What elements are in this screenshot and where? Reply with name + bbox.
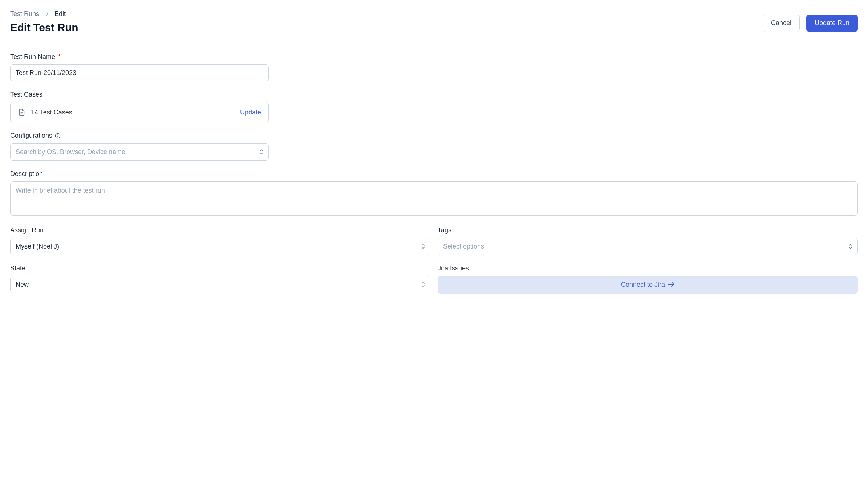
- info-icon[interactable]: [54, 133, 61, 139]
- field-test-run-name: Test Run Name*: [10, 53, 858, 81]
- header-left: Test Runs Edit Edit Test Run: [10, 10, 78, 34]
- field-jira-issues: Jira Issues Connect to Jira: [438, 265, 858, 294]
- test-cases-count: 14 Test Cases: [31, 109, 72, 116]
- document-icon: [18, 108, 26, 116]
- configurations-select[interactable]: Search by OS, Browser, Device name: [10, 143, 269, 161]
- chevron-right-icon: [45, 12, 49, 16]
- label-assign-run: Assign Run: [10, 226, 430, 234]
- label-text: Test Run Name: [10, 53, 55, 61]
- assign-run-display: Myself (Noel J): [10, 238, 430, 255]
- breadcrumb: Test Runs Edit: [10, 10, 78, 18]
- label-tags: Tags: [438, 226, 858, 234]
- update-test-cases-link[interactable]: Update: [240, 109, 261, 116]
- label-jira-issues: Jira Issues: [438, 265, 858, 272]
- test-cases-left: 14 Test Cases: [18, 108, 72, 116]
- connect-to-jira-text: Connect to Jira: [621, 281, 665, 289]
- breadcrumb-current: Edit: [54, 10, 66, 18]
- update-run-button[interactable]: Update Run: [806, 15, 858, 32]
- arrow-right-icon: [668, 281, 674, 289]
- header-actions: Cancel Update Run: [763, 10, 858, 32]
- state-select[interactable]: New: [10, 276, 430, 293]
- svg-point-1: [57, 134, 58, 135]
- field-state: State New: [10, 265, 430, 294]
- label-text: Configurations: [10, 132, 52, 140]
- field-tags: Tags Select options: [438, 226, 858, 255]
- cancel-button[interactable]: Cancel: [763, 15, 800, 32]
- label-test-run-name: Test Run Name*: [10, 53, 858, 61]
- configurations-display: Search by OS, Browser, Device name: [10, 143, 269, 161]
- page-title: Edit Test Run: [10, 21, 78, 34]
- test-cases-box: 14 Test Cases Update: [10, 102, 269, 122]
- connect-to-jira-button[interactable]: Connect to Jira: [438, 276, 858, 294]
- label-configurations: Configurations: [10, 132, 858, 140]
- tags-select[interactable]: Select options: [438, 238, 858, 255]
- breadcrumb-root[interactable]: Test Runs: [10, 10, 39, 18]
- field-assign-run: Assign Run Myself (Noel J): [10, 226, 430, 255]
- state-display: New: [10, 276, 430, 293]
- required-asterisk: *: [58, 53, 61, 61]
- row-assign-tags: Assign Run Myself (Noel J) Tags Select o…: [10, 226, 858, 265]
- field-description: Description: [10, 170, 858, 217]
- test-run-name-input[interactable]: [10, 64, 269, 81]
- page-header: Test Runs Edit Edit Test Run Cancel Upda…: [0, 0, 868, 43]
- label-description: Description: [10, 170, 858, 178]
- label-test-cases: Test Cases: [10, 91, 858, 98]
- field-configurations: Configurations Search by OS, Browser, De…: [10, 132, 858, 161]
- label-state: State: [10, 265, 430, 272]
- field-test-cases: Test Cases 14 Test Cases Update: [10, 91, 858, 122]
- tags-display: Select options: [438, 238, 858, 255]
- row-state-jira: State New Jira Issues Connect to Jira: [10, 265, 858, 303]
- assign-run-select[interactable]: Myself (Noel J): [10, 238, 430, 255]
- description-textarea[interactable]: [10, 181, 858, 216]
- form-content: Test Run Name* Test Cases 14 Test Cases …: [0, 43, 868, 318]
